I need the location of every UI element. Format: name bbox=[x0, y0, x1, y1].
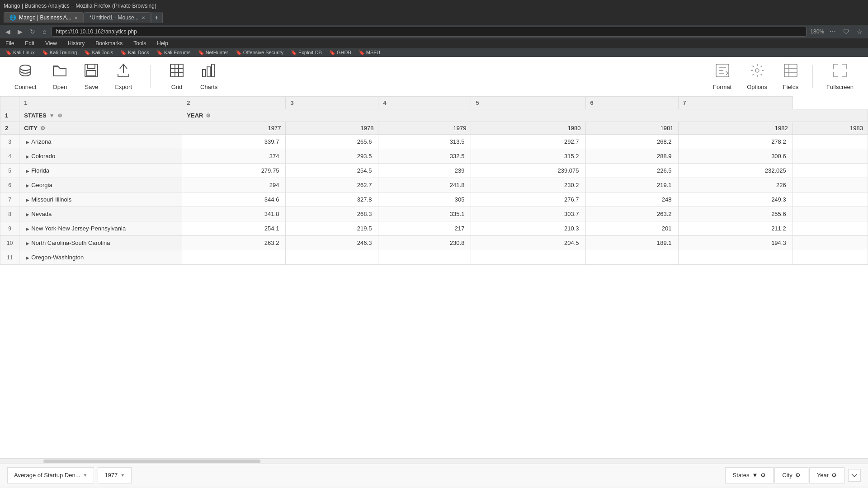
reload-button[interactable]: ↻ bbox=[28, 27, 37, 36]
new-tab-button[interactable]: + bbox=[151, 12, 163, 23]
row-expand-icon[interactable]: ▶ bbox=[26, 154, 29, 159]
tab2-close-button[interactable]: ✕ bbox=[142, 15, 145, 20]
menu-help[interactable]: Help bbox=[155, 39, 170, 47]
row-expand-icon[interactable]: ▶ bbox=[26, 212, 29, 217]
data-cell: 268.2 bbox=[585, 135, 678, 149]
open-button[interactable]: Open bbox=[46, 61, 73, 92]
bookmark-msfu[interactable]: 🔖 MSFU bbox=[357, 49, 382, 56]
more-button[interactable]: ⋯ bbox=[828, 27, 838, 36]
data-cell: 315.2 bbox=[471, 149, 585, 164]
fields-label: Fields bbox=[783, 84, 799, 90]
data-cell: 219.1 bbox=[585, 178, 678, 192]
menu-file[interactable]: File bbox=[4, 39, 16, 47]
address-bar[interactable]: https://10.10.10.162/analytics.php bbox=[52, 27, 807, 37]
data-cell: 279.75 bbox=[182, 164, 286, 178]
bookmark-kali-linux[interactable]: 🔖 Kali Linux bbox=[4, 49, 37, 56]
data-cell: 248 bbox=[585, 192, 678, 207]
data-cell: 204.5 bbox=[471, 236, 585, 250]
row-expand-icon[interactable]: ▶ bbox=[26, 169, 29, 174]
year-settings-icon[interactable]: ⚙ bbox=[206, 113, 211, 119]
menu-history[interactable]: History bbox=[66, 39, 86, 47]
browser-tab-2[interactable]: *Untitled1 - Mouse... ✕ bbox=[84, 12, 151, 23]
year-tag[interactable]: Year ⚙ bbox=[809, 467, 844, 483]
data-cell: 327.8 bbox=[286, 192, 378, 207]
col-num-1: 1 bbox=[19, 97, 182, 109]
bookmark-kali-training[interactable]: 🔖 Kali Training bbox=[40, 49, 79, 56]
row-expand-icon[interactable]: ▶ bbox=[26, 197, 29, 202]
header-row2-num: 2 bbox=[0, 122, 19, 135]
city-tag[interactable]: City ⚙ bbox=[774, 467, 808, 483]
row-number-cell: 3 bbox=[0, 135, 19, 149]
row-expand-icon[interactable]: ▶ bbox=[26, 255, 29, 260]
row-expand-icon[interactable]: ▶ bbox=[26, 140, 29, 145]
toolbar-section-left: Connect Open bbox=[9, 61, 137, 92]
year-header-label: YEAR bbox=[187, 112, 203, 119]
fields-button[interactable]: Fields bbox=[777, 61, 804, 92]
year-1981-header: 1981 bbox=[585, 122, 678, 135]
open-icon bbox=[52, 62, 68, 81]
col-num-6: 6 bbox=[585, 97, 678, 109]
year-settings-tag-icon[interactable]: ⚙ bbox=[831, 472, 837, 479]
star-icon[interactable]: ☆ bbox=[855, 27, 864, 36]
year-1980-header: 1980 bbox=[471, 122, 585, 135]
scrollbar-thumb[interactable] bbox=[43, 460, 260, 463]
states-tag[interactable]: States ▼ ⚙ bbox=[725, 467, 774, 483]
data-cell: 344.6 bbox=[182, 192, 286, 207]
collapse-button[interactable] bbox=[848, 469, 861, 482]
pivot-table: 1 2 3 4 5 6 7 1 STATES bbox=[0, 96, 868, 265]
save-button[interactable]: Save bbox=[78, 61, 105, 92]
format-button[interactable]: Format bbox=[708, 61, 737, 92]
row-expand-icon[interactable]: ▶ bbox=[26, 226, 29, 231]
states-filter-icon[interactable]: ▼ bbox=[49, 113, 55, 119]
row-expand-icon[interactable]: ▶ bbox=[26, 241, 29, 246]
bookmark-kali-docs[interactable]: 🔖 Kali Docs bbox=[118, 49, 151, 56]
year-selector[interactable]: 1977 ▼ bbox=[98, 467, 132, 483]
states-settings-icon[interactable]: ⚙ bbox=[57, 113, 62, 119]
row-label-cell: ▶Colorado bbox=[19, 149, 182, 164]
states-settings-tag-icon[interactable]: ⚙ bbox=[760, 472, 766, 479]
city-settings-icon[interactable]: ⚙ bbox=[40, 125, 45, 131]
menu-bookmarks[interactable]: Bookmarks bbox=[94, 39, 124, 47]
header-row-1: 1 STATES ▼ ⚙ YEAR ⚙ bbox=[0, 109, 868, 122]
bookmark-kali-forums[interactable]: 🔖 Kali Forums bbox=[155, 49, 193, 56]
data-cell: 239 bbox=[378, 164, 471, 178]
back-button[interactable]: ◀ bbox=[4, 27, 12, 36]
col-num-3: 3 bbox=[286, 97, 378, 109]
data-cell: 210.3 bbox=[471, 221, 585, 236]
charts-button[interactable]: Charts bbox=[195, 61, 223, 92]
grid-button[interactable]: Grid bbox=[163, 61, 190, 92]
menu-tools[interactable]: Tools bbox=[132, 39, 148, 47]
connect-button[interactable]: Connect bbox=[9, 61, 42, 92]
menu-view[interactable]: View bbox=[43, 39, 59, 47]
forward-button[interactable]: ▶ bbox=[16, 27, 24, 36]
pivot-wrapper[interactable]: 1 2 3 4 5 6 7 1 STATES bbox=[0, 96, 868, 458]
city-settings-tag-icon[interactable]: ⚙ bbox=[795, 472, 801, 479]
fullscreen-button[interactable]: Fullscreen bbox=[821, 61, 859, 92]
bookmark-nethunter[interactable]: 🔖 NetHunter bbox=[196, 49, 230, 56]
bookmark-kali-tools[interactable]: 🔖 Kali Tools bbox=[82, 49, 115, 56]
home-button[interactable]: ⌂ bbox=[41, 27, 48, 36]
export-button[interactable]: Export bbox=[109, 61, 137, 92]
menu-edit[interactable]: Edit bbox=[23, 39, 36, 47]
measure-selector[interactable]: Average of Startup Den... ▼ bbox=[7, 467, 94, 483]
bookmark-offensive-security[interactable]: 🔖 Offensive Security bbox=[234, 49, 285, 56]
data-cell: 230.2 bbox=[471, 178, 585, 192]
browser-tab-active[interactable]: 🌐 Mango | Business A... ✕ bbox=[4, 12, 84, 23]
data-cell: 201 bbox=[585, 221, 678, 236]
data-cell: 232.025 bbox=[678, 164, 793, 178]
data-cell: 339.7 bbox=[182, 135, 286, 149]
browser-menubar: File Edit View History Bookmarks Tools H… bbox=[0, 38, 868, 48]
table-row: 11▶Oregon-Washington bbox=[0, 250, 868, 265]
data-cell: 226 bbox=[678, 178, 793, 192]
tab-close-button[interactable]: ✕ bbox=[74, 15, 78, 20]
table-row: 3▶Arizona339.7265.6313.5292.7268.2278.2 bbox=[0, 135, 868, 149]
row-expand-icon[interactable]: ▶ bbox=[26, 183, 29, 188]
bookmark-exploit-db[interactable]: 🔖 Exploit-DB bbox=[289, 49, 324, 56]
connect-label: Connect bbox=[14, 84, 36, 90]
table-scrollbar[interactable] bbox=[0, 458, 868, 464]
data-cell bbox=[793, 164, 868, 178]
col-num-4: 4 bbox=[378, 97, 471, 109]
city-tag-label: City bbox=[782, 472, 792, 479]
options-button[interactable]: Options bbox=[741, 61, 773, 92]
bookmark-ghdb[interactable]: 🔖 GHDB bbox=[327, 49, 353, 56]
